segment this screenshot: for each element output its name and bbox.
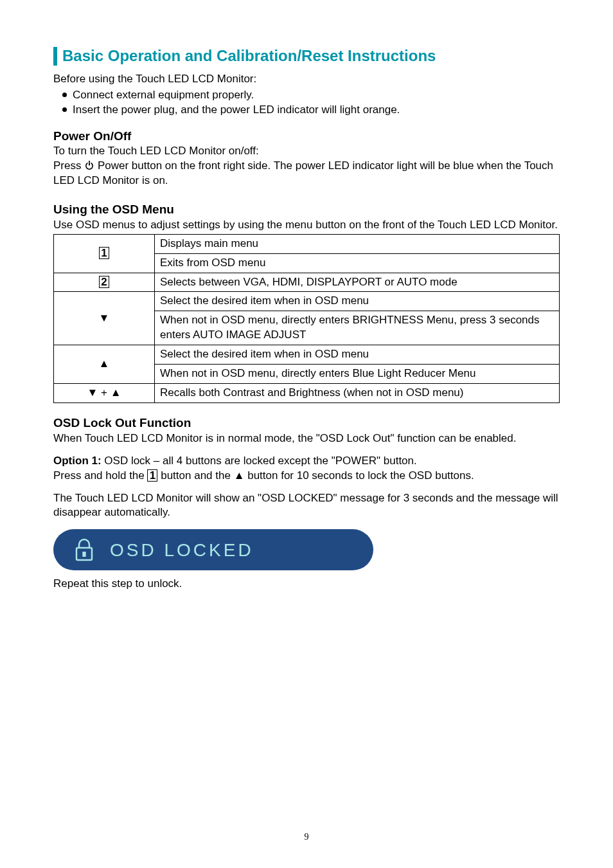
osd-locked-banner: OSD LOCKED [53,529,373,570]
svg-rect-5 [82,552,85,557]
desc-cell: When not in OSD menu, directly enters BR… [155,311,560,345]
page-number: 9 [0,831,613,844]
triangle-up-icon: ▲ [99,357,110,370]
power-icon [84,160,94,170]
osd-locked-text: OSD LOCKED [110,538,254,563]
table-row: ▲ Select the desired item when in OSD me… [54,345,560,365]
triangle-up-icon: ▲ [234,469,245,482]
osd-table: 1 Displays main menu Exits from OSD menu… [53,234,560,403]
key-cell-1: 1 [54,234,155,273]
desc-cell: Exits from OSD menu [155,253,560,273]
option1-label: Option 1: [53,455,104,467]
triangle-both-icon: ▼ + ▲ [87,386,121,399]
intro-text: Before using the Touch LED LCD Monitor: [53,72,560,87]
option1-rest: OSD lock – all 4 buttons are locked exce… [104,455,416,467]
table-row: 1 Displays main menu [54,234,560,253]
button-1-icon: 1 [147,469,157,482]
opt1-text-a: Press and hold the [53,469,147,482]
osd-heading: Using the OSD Menu [53,201,560,218]
lock-icon [73,538,96,562]
power-line2: Press Power button on the front right si… [53,159,560,188]
table-row: 2 Selects between VGA, HDMI, DISPLAYPORT… [54,273,560,292]
power-heading: Power On/Off [53,128,560,145]
triangle-down-icon: ▼ [99,312,110,324]
svg-rect-3 [89,161,90,165]
desc-cell: Recalls both Contrast and Brightness (wh… [155,384,560,403]
key-cell-up: ▲ [54,345,155,384]
key-cell-both: ▼ + ▲ [54,384,155,403]
desc-cell: Select the desired item when in OSD menu [155,292,560,311]
lock-note: The Touch LED LCD Monitor will show an "… [53,491,560,521]
osd-lead: Use OSD menus to adjust settings by usin… [53,218,560,233]
power-text-a: Press [53,159,84,172]
opt1-text-b: button and the [157,469,233,482]
power-line1: To turn the Touch LED LCD Monitor on/off… [53,144,560,159]
desc-cell: Selects between VGA, HDMI, DISPLAYPORT o… [155,273,560,292]
desc-cell: Displays main menu [155,234,560,253]
lock-repeat: Repeat this step to unlock. [53,577,560,592]
intro-bullets: Connect external equipment properly. Ins… [53,88,560,118]
table-row: ▼ Select the desired item when in OSD me… [54,292,560,311]
opt1-text-c: button for 10 seconds to lock the OSD bu… [244,469,474,482]
button-1-icon: 1 [99,247,109,259]
lock-option1-line2: Press and hold the 1 button and the ▲ bu… [53,469,560,484]
button-2-icon: 2 [99,276,109,288]
bullet-item: Connect external equipment properly. [62,88,560,103]
table-row: ▼ + ▲ Recalls both Contrast and Brightne… [54,384,560,403]
page-title: Basic Operation and Calibration/Reset In… [53,47,560,66]
desc-cell: When not in OSD menu, directly enters Bl… [155,365,560,384]
power-text-b: Power button on the front right side. Th… [53,159,553,186]
desc-cell: Select the desired item when in OSD menu [155,345,560,365]
lock-lead: When Touch LED LCD Monitor is in normal … [53,431,560,446]
lock-option1-line1: Option 1: OSD lock – all 4 buttons are l… [53,454,560,469]
lock-heading: OSD Lock Out Function [53,415,560,431]
key-cell-2: 2 [54,273,155,292]
bullet-item: Insert the power plug, and the power LED… [62,103,560,118]
key-cell-down: ▼ [54,292,155,345]
